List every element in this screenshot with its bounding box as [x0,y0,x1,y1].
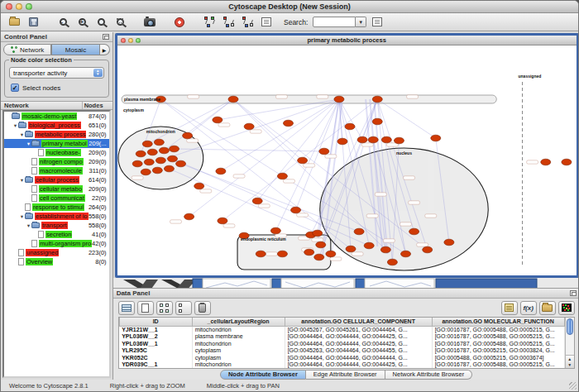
tree-row[interactable]: cell communicat22(0) [4,194,109,203]
tree-row[interactable]: ▼biological_process651(0) [4,121,109,130]
network-node[interactable] [318,148,328,155]
table-cell[interactable]: [GO:0044464, GO:0044444, GO:0044425, G..… [285,340,432,347]
table-cell[interactable]: [GO:0045267, GO:0045261, GO:0044464, G..… [285,326,432,333]
annotation-icon[interactable] [258,15,275,30]
table-cell[interactable]: YJR121W__1 [119,326,192,333]
table-cell[interactable]: mitochondrion [192,326,285,333]
network-node[interactable] [217,218,227,224]
table-scrollbar[interactable]: ▲ ▼ [565,318,574,368]
network-node[interactable] [304,249,313,256]
tree-row[interactable]: multi-organism pro42(0) [4,239,109,248]
network-node[interactable] [443,239,453,246]
network-node[interactable] [270,227,280,234]
tree-column-network[interactable]: Network [1,102,83,109]
network-node[interactable] [144,159,154,165]
search-dropdown-button[interactable]: ▼ [356,17,366,27]
table-cell[interactable]: [GO:0044464, GO:0044444, GO:0044425, G..… [285,361,432,369]
network-node[interactable] [175,160,185,167]
tree-expand-icon[interactable]: ▼ [19,178,25,183]
search-input[interactable] [313,17,356,27]
network-node[interactable] [387,259,397,265]
network-node[interactable] [182,132,192,139]
snapshot-icon[interactable] [141,15,158,30]
network-node[interactable] [142,141,152,147]
network-view-window[interactable]: primary metabolic process plasma membran… [115,33,579,278]
network-node[interactable] [337,138,347,145]
table-column-header[interactable]: annotation.GO MOLECULAR_FUNCTION [432,318,564,326]
network-node[interactable] [164,165,174,172]
network-node[interactable] [346,246,356,252]
help-icon[interactable] [171,15,188,30]
tab-edge-attribute-browser[interactable]: Edge Attribute Browser [306,370,385,380]
network-node[interactable] [152,167,162,174]
table-cell[interactable]: [GO:0044464, GO:0044444, GO:0044425, G..… [285,333,432,341]
network-node[interactable] [215,168,225,174]
network-node[interactable] [283,120,293,127]
heatmap-icon[interactable] [558,301,575,315]
network-node[interactable] [540,159,550,165]
network-node[interactable] [357,136,367,143]
network-node[interactable] [156,157,165,164]
network-node[interactable] [136,151,146,157]
network-node[interactable] [154,139,164,146]
delete-attribute-icon[interactable] [194,301,211,315]
tree-row[interactable]: nitrogen compo209(0) [4,157,109,166]
network-node[interactable] [277,173,287,179]
table-cell[interactable]: plasma membrane [192,333,285,341]
table-row[interactable]: YKR052Ccytoplasm[GO:0044464, GO:0044446,… [119,354,564,361]
table-cell[interactable]: [GO:0016787, GO:0005488, GO:0005215, G..… [432,333,564,341]
advanced-search-icon[interactable] [369,15,385,30]
network-node[interactable] [169,146,179,152]
table-cell[interactable]: mitochondrion [192,361,285,369]
vizmapper-icon[interactable] [201,15,218,30]
table-column-header[interactable]: ID [119,318,192,326]
tree-expand-icon[interactable]: ▼ [26,141,31,146]
network-window-titlebar[interactable]: primary metabolic process [117,36,577,45]
table-cell[interactable]: YLR295C [119,347,192,355]
label-icon[interactable] [501,301,518,315]
table-row[interactable]: YPL036W__2plasma membrane[GO:0044464, GO… [119,333,564,341]
network-node[interactable] [394,137,404,144]
network-node[interactable] [297,157,307,164]
zoom-selected-icon[interactable] [93,15,109,30]
network-node[interactable] [184,213,194,220]
network-node[interactable] [212,117,222,123]
formula-builder-icon[interactable]: f(x) [520,301,537,315]
tree-row[interactable]: Overview8(0) [4,257,109,266]
tree-expand-icon[interactable]: ▼ [12,123,18,128]
table-cell[interactable]: cytoplasm [192,354,285,361]
table-cell[interactable]: YKR052C [119,354,192,361]
tree-expand-icon[interactable]: ▼ [19,132,25,137]
network-node[interactable] [141,169,151,175]
network-node[interactable] [315,241,325,248]
network-node[interactable] [147,149,157,155]
tree-row[interactable]: macromolecule311(0) [4,166,109,175]
network-node[interactable] [372,118,382,125]
network-node[interactable] [228,96,238,103]
network-node[interactable] [430,135,440,141]
network-node[interactable] [368,136,378,143]
save-session-icon[interactable] [25,15,41,30]
table-cell[interactable]: [GO:0044464, GO:0044446, GO:0044444, G..… [285,354,432,361]
network-node[interactable] [290,207,300,213]
network-node[interactable] [380,246,390,253]
data-panel-float-icon[interactable] [570,290,577,296]
network-node[interactable] [422,246,432,253]
tab-network-attribute-browser[interactable]: Network Attribute Browser [385,370,473,380]
scrollbar-thumb[interactable] [567,318,573,335]
tab-mosaic[interactable]: Mosaic [51,44,99,55]
expand-selection-icon[interactable] [239,15,256,30]
network-node[interactable] [334,96,344,103]
table-cell[interactable]: [GO:0045263, GO:0044464, GO:0044455, G..… [285,347,432,355]
network-node[interactable] [372,96,382,103]
tree-column-nodes[interactable]: Nodes [83,102,112,109]
zoom-out-icon[interactable]: - [55,15,71,30]
tab-node-attribute-browser[interactable]: Node Attribute Browser [220,370,306,380]
tab-network[interactable]: Network [3,44,51,55]
table-cell[interactable]: YDR039C__1 [119,361,192,369]
table-column-header[interactable]: annotation.GO CELLULAR_COMPONENT [285,318,432,326]
table-cell[interactable]: YPL036W__2 [119,333,192,341]
network-node[interactable] [167,155,177,162]
tree-row[interactable]: cellular metabo209(0) [4,184,109,194]
table-row[interactable]: YPL036W__1mitochondrion[GO:0044464, GO:0… [119,340,564,347]
